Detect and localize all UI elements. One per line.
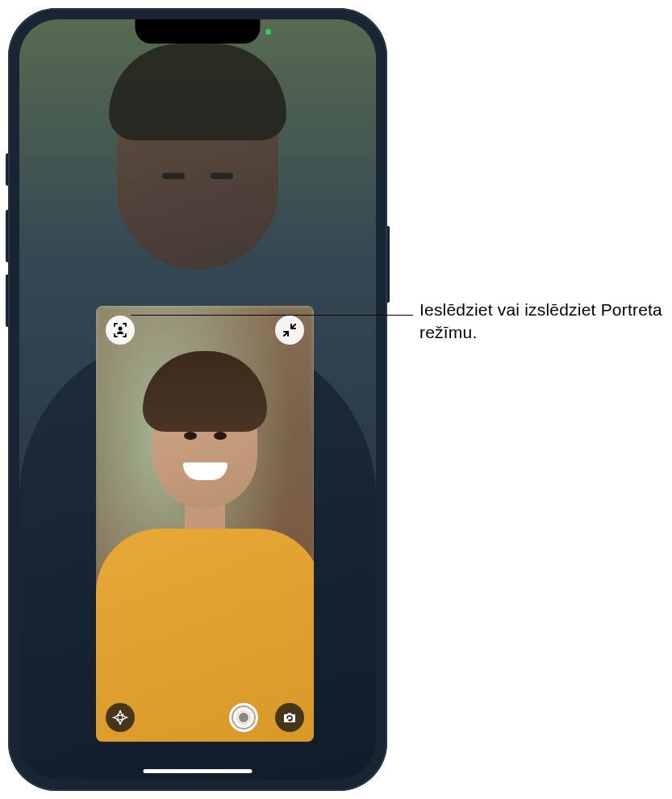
svg-point-1 (239, 713, 248, 722)
portrait-person-icon (112, 322, 128, 338)
arrows-collapse-icon (282, 323, 297, 337)
home-indicator[interactable] (144, 769, 253, 773)
svg-point-0 (119, 327, 123, 331)
minimize-tile-button[interactable] (275, 316, 304, 345)
phone-device-frame (8, 8, 387, 791)
flip-camera-button[interactable] (275, 703, 304, 732)
volume-down-button (6, 274, 8, 327)
phone-screen (19, 19, 376, 780)
local-self-video-tile[interactable] (96, 306, 314, 742)
shutter-circle-icon (236, 710, 251, 725)
live-photo-shutter-button[interactable] (229, 703, 258, 732)
display-notch (136, 19, 261, 44)
local-person (96, 371, 314, 742)
flip-camera-icon (282, 709, 298, 726)
ringer-switch (6, 153, 8, 186)
volume-up-button (6, 210, 8, 262)
effects-button[interactable] (106, 703, 135, 732)
callout-leader-line (131, 315, 413, 316)
effects-star-icon (111, 709, 129, 726)
camera-privacy-indicator (265, 29, 271, 35)
side-button (387, 226, 390, 303)
portrait-mode-button[interactable] (106, 316, 135, 345)
callout-portrait-mode-text: Ieslēdziet vai izslēdziet Portreta režīm… (419, 299, 672, 345)
